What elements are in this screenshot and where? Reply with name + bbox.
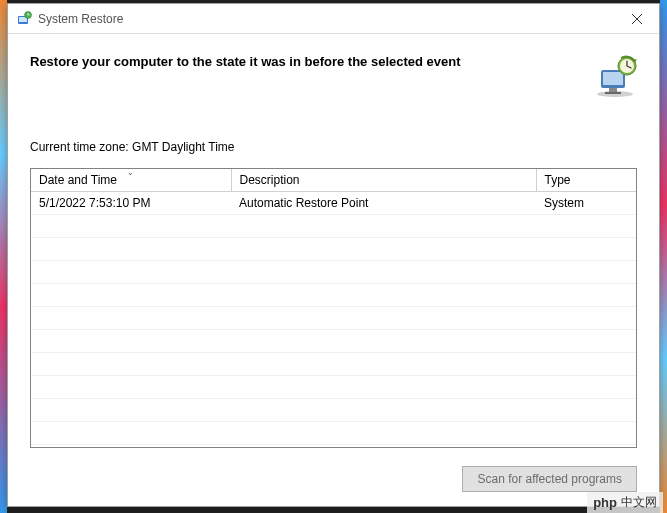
- table-row: [31, 307, 636, 330]
- footer: Scan for affected programs: [8, 458, 659, 506]
- table-row: [31, 215, 636, 238]
- column-header-description[interactable]: Description: [231, 169, 536, 192]
- restore-points-table: ⌄ Date and Time Description Type 5/1/202…: [30, 168, 637, 448]
- header: Restore your computer to the state it wa…: [8, 34, 659, 110]
- window-title: System Restore: [38, 12, 614, 26]
- content-area: Current time zone: GMT Daylight Time ⌄ D…: [8, 110, 659, 458]
- table-row: [31, 261, 636, 284]
- svg-rect-5: [603, 72, 623, 85]
- cell-description: Automatic Restore Point: [231, 192, 536, 215]
- table-row: [31, 422, 636, 445]
- cell-type: System: [536, 192, 636, 215]
- cell-date: 5/1/2022 7:53:10 PM: [31, 192, 231, 215]
- scan-affected-programs-button: Scan for affected programs: [462, 466, 637, 492]
- table-header-row: ⌄ Date and Time Description Type: [31, 169, 636, 192]
- close-button[interactable]: [614, 4, 659, 33]
- sort-indicator-icon: ⌄: [127, 168, 134, 177]
- table-row: [31, 238, 636, 261]
- restore-illustration-icon: [591, 52, 639, 100]
- column-header-type[interactable]: Type: [536, 169, 636, 192]
- svg-rect-6: [609, 88, 617, 92]
- table-row: [31, 376, 636, 399]
- table-row: [31, 284, 636, 307]
- table-row: [31, 399, 636, 422]
- system-restore-window: System Restore Restore your computer to …: [7, 3, 660, 507]
- svg-rect-7: [605, 92, 621, 94]
- system-restore-icon: [16, 11, 32, 27]
- page-title: Restore your computer to the state it wa…: [30, 52, 581, 69]
- column-header-date[interactable]: ⌄ Date and Time: [31, 169, 231, 192]
- table-row[interactable]: 5/1/2022 7:53:10 PM Automatic Restore Po…: [31, 192, 636, 215]
- table-row: [31, 330, 636, 353]
- table-row: [31, 353, 636, 376]
- watermark: php 中文网: [587, 492, 663, 513]
- titlebar: System Restore: [8, 4, 659, 34]
- watermark-text: 中文网: [621, 494, 657, 511]
- watermark-brand: php: [593, 495, 617, 510]
- timezone-label: Current time zone: GMT Daylight Time: [30, 140, 637, 154]
